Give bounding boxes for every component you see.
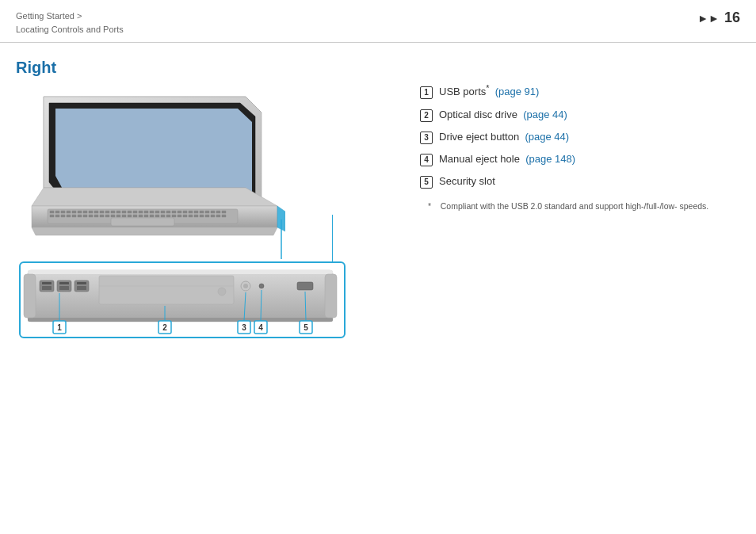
svg-point-97 bbox=[259, 284, 264, 288]
svg-rect-9 bbox=[50, 211, 54, 213]
svg-rect-11 bbox=[61, 211, 65, 213]
svg-rect-30 bbox=[166, 211, 170, 213]
svg-rect-98 bbox=[297, 282, 313, 290]
svg-rect-65 bbox=[183, 215, 187, 217]
svg-rect-66 bbox=[189, 215, 193, 217]
svg-rect-63 bbox=[172, 215, 176, 217]
svg-text:4: 4 bbox=[258, 323, 263, 332]
page-title: Right bbox=[16, 59, 396, 77]
svg-rect-22 bbox=[122, 211, 126, 213]
svg-rect-44 bbox=[67, 215, 71, 217]
svg-point-96 bbox=[243, 284, 248, 288]
svg-rect-32 bbox=[178, 211, 181, 213]
svg-rect-55 bbox=[128, 215, 132, 217]
svg-rect-23 bbox=[128, 211, 132, 213]
svg-rect-49 bbox=[94, 215, 98, 217]
feature-link-3[interactable]: (page 44) bbox=[525, 131, 569, 143]
feature-link-4[interactable]: (page 148) bbox=[525, 153, 575, 165]
svg-rect-61 bbox=[161, 215, 165, 217]
svg-rect-70 bbox=[211, 215, 215, 217]
feature-text-4: Manual eject hole (page 148) bbox=[439, 152, 575, 166]
svg-rect-46 bbox=[78, 215, 82, 217]
svg-rect-21 bbox=[116, 211, 120, 213]
feature-number-1: 1 bbox=[420, 86, 433, 99]
svg-rect-26 bbox=[144, 211, 148, 213]
svg-text:5: 5 bbox=[304, 323, 308, 332]
svg-rect-88 bbox=[59, 282, 69, 284]
svg-rect-17 bbox=[94, 211, 98, 213]
svg-rect-87 bbox=[42, 286, 52, 290]
svg-rect-41 bbox=[50, 215, 54, 217]
svg-rect-48 bbox=[89, 215, 93, 217]
svg-rect-16 bbox=[89, 211, 93, 213]
svg-rect-52 bbox=[111, 215, 115, 217]
svg-rect-25 bbox=[139, 211, 143, 213]
svg-rect-80 bbox=[28, 318, 333, 322]
svg-rect-29 bbox=[161, 211, 165, 213]
svg-marker-6 bbox=[32, 188, 277, 206]
bottom-panel-illustration: 1 2 3 4 5 bbox=[16, 258, 396, 345]
feature-text-3: Drive eject button (page 44) bbox=[439, 130, 569, 144]
svg-rect-82 bbox=[325, 274, 337, 318]
footnote-text: * Compliant with the USB 2.0 standard an… bbox=[420, 200, 740, 212]
svg-rect-59 bbox=[150, 215, 154, 217]
svg-rect-62 bbox=[166, 215, 170, 217]
page-number: 16 bbox=[724, 10, 740, 26]
svg-rect-89 bbox=[59, 286, 69, 290]
svg-rect-64 bbox=[178, 215, 181, 217]
svg-rect-19 bbox=[105, 211, 109, 213]
feature-item-1: 1 USB ports* (page 91) bbox=[420, 82, 740, 100]
footnote-symbol: * bbox=[428, 201, 438, 211]
svg-rect-42 bbox=[55, 215, 59, 217]
svg-rect-15 bbox=[83, 211, 87, 213]
feature-item-2: 2 Optical disc drive (page 44) bbox=[420, 108, 740, 122]
bottom-panel-svg: 1 2 3 4 5 bbox=[16, 258, 349, 341]
svg-rect-40 bbox=[222, 211, 226, 213]
svg-rect-79 bbox=[28, 270, 333, 274]
feature-text-5: Security slot bbox=[439, 174, 495, 189]
svg-rect-36 bbox=[200, 211, 204, 213]
svg-rect-86 bbox=[42, 282, 52, 284]
feature-number-3: 3 bbox=[420, 132, 433, 144]
svg-rect-34 bbox=[189, 211, 193, 213]
svg-rect-56 bbox=[133, 215, 137, 217]
breadcrumb: Getting Started > Locating Controls and … bbox=[16, 10, 124, 36]
svg-rect-10 bbox=[55, 211, 59, 213]
breadcrumb-line2: Locating Controls and Ports bbox=[16, 23, 124, 36]
svg-rect-57 bbox=[139, 215, 143, 217]
feature-number-2: 2 bbox=[420, 109, 433, 122]
svg-rect-72 bbox=[222, 215, 226, 217]
page-header: Getting Started > Locating Controls and … bbox=[0, 0, 756, 43]
svg-rect-81 bbox=[24, 274, 36, 318]
svg-rect-33 bbox=[183, 211, 187, 213]
feature-link-2[interactable]: (page 44) bbox=[523, 109, 567, 120]
svg-rect-13 bbox=[72, 211, 76, 213]
svg-rect-37 bbox=[205, 211, 209, 213]
main-content: Right bbox=[0, 43, 756, 529]
feature-item-5: 5 Security slot bbox=[420, 174, 740, 189]
svg-rect-31 bbox=[172, 211, 176, 213]
svg-rect-43 bbox=[61, 215, 65, 217]
svg-text:3: 3 bbox=[242, 323, 246, 332]
svg-rect-68 bbox=[200, 215, 204, 217]
svg-rect-35 bbox=[194, 211, 198, 213]
svg-rect-28 bbox=[155, 211, 159, 213]
svg-rect-67 bbox=[194, 215, 198, 217]
footnote-marker-1: * bbox=[486, 83, 489, 93]
svg-rect-92 bbox=[99, 276, 234, 304]
svg-rect-58 bbox=[144, 215, 148, 217]
svg-rect-54 bbox=[122, 215, 126, 217]
svg-rect-18 bbox=[100, 211, 104, 213]
svg-rect-51 bbox=[105, 215, 109, 217]
svg-rect-27 bbox=[150, 211, 154, 213]
feature-text-1: USB ports* (page 91) bbox=[439, 82, 539, 100]
svg-rect-39 bbox=[216, 211, 220, 213]
feature-link-1[interactable]: (page 91) bbox=[495, 86, 540, 97]
illustration-section: Right bbox=[16, 59, 396, 521]
svg-rect-73 bbox=[111, 218, 174, 226]
breadcrumb-line1: Getting Started > bbox=[16, 10, 124, 23]
svg-marker-4 bbox=[55, 109, 252, 193]
feature-text-2: Optical disc drive (page 44) bbox=[439, 108, 567, 122]
svg-rect-90 bbox=[77, 282, 86, 284]
arrow-icon: ►► bbox=[697, 12, 720, 25]
